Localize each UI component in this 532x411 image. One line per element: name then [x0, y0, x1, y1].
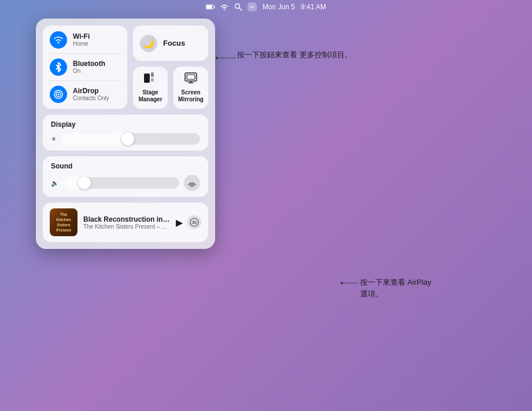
wifi-text: Wi-Fi Home	[73, 32, 90, 47]
divider-2	[49, 80, 121, 81]
focus-tile[interactable]: 🌙 Focus	[133, 25, 208, 61]
svg-point-13	[58, 94, 60, 96]
svg-point-5	[251, 6, 252, 7]
menubar-icons	[206, 2, 257, 12]
search-menubar-icon[interactable]	[234, 2, 243, 12]
svg-point-8	[253, 7, 254, 8]
focus-label: Focus	[163, 39, 185, 47]
wifi-menubar-icon	[220, 2, 229, 12]
small-tiles: Stage Manager Screen Mirroring	[133, 67, 208, 109]
battery-icon	[206, 2, 215, 12]
volume-thumb[interactable]	[78, 177, 91, 189]
svg-point-3	[235, 4, 239, 9]
now-playing-controls: ▶ 30	[176, 215, 201, 229]
menubar: Mon Jun 5 9:41 AM	[0, 0, 532, 14]
now-playing-subtitle: The Kitchen Sisters Present – March 7, 2…	[83, 223, 170, 230]
now-playing-title: Black Reconstruction in America...	[83, 215, 170, 223]
svg-rect-18	[187, 75, 195, 79]
volume-icon: 🔈	[51, 179, 59, 187]
svg-rect-1	[206, 5, 212, 9]
svg-rect-15	[151, 72, 154, 77]
svg-rect-16	[151, 78, 154, 82]
wifi-sub: Home	[73, 41, 90, 47]
svg-rect-14	[144, 74, 150, 83]
control-center-menubar-icon[interactable]	[247, 2, 257, 12]
stage-manager-icon	[144, 72, 157, 87]
right-col: 🌙 Focus Stage Manager	[133, 25, 208, 109]
album-art: The Kitchen Sisters Present	[50, 208, 77, 236]
bluetooth-item[interactable]: Bluetooth On	[50, 58, 120, 76]
svg-text:30: 30	[192, 221, 197, 225]
svg-point-25	[216, 57, 218, 59]
focus-annotation: 按一下按鈕來查看 更多控制項目。	[237, 49, 352, 61]
bluetooth-sub: On	[73, 68, 105, 75]
sound-slider-row: 🔈	[51, 175, 200, 191]
stage-manager-label: Stage Manager	[136, 89, 164, 103]
now-playing-info: Black Reconstruction in America... The K…	[83, 215, 170, 230]
menubar-datetime: Mon Jun 5	[263, 3, 295, 11]
svg-line-4	[239, 8, 242, 10]
screen-mirroring-tile[interactable]: Screen Mirroring	[173, 67, 208, 109]
brightness-thumb[interactable]	[121, 133, 134, 145]
svg-point-27	[341, 282, 343, 284]
airdrop-text: AirDrop Contacts Only	[73, 87, 109, 102]
svg-rect-2	[214, 6, 215, 8]
bluetooth-name: Bluetooth	[73, 60, 105, 68]
airplay-annotation: 按一下來查看 AirPlay選項。	[360, 277, 431, 299]
screen-mirroring-icon	[184, 72, 197, 87]
display-slider-row: ☀	[51, 133, 200, 145]
brightness-fill	[61, 133, 128, 145]
brightness-icon: ☀	[51, 135, 57, 143]
sound-tile: Sound 🔈	[43, 156, 208, 197]
network-tile: Wi-Fi Home Bluetooth On	[43, 25, 127, 109]
airplay-button[interactable]	[184, 175, 200, 191]
control-center-panel: Wi-Fi Home Bluetooth On	[36, 19, 215, 249]
play-button[interactable]: ▶	[176, 217, 183, 228]
airdrop-name: AirDrop	[73, 87, 109, 95]
screen-mirroring-label: Screen Mirroring	[177, 89, 205, 103]
display-tile: Display ☀	[43, 115, 208, 151]
skip-forward-button[interactable]: 30	[187, 215, 201, 229]
divider-1	[49, 53, 121, 54]
now-playing-tile[interactable]: The Kitchen Sisters Present Black Recons…	[43, 203, 208, 242]
menubar-center: Mon Jun 5 9:41 AM	[206, 2, 326, 12]
focus-moon-icon: 🌙	[140, 35, 157, 52]
airdrop-icon	[50, 86, 67, 103]
volume-slider[interactable]	[64, 177, 179, 189]
album-art-text: The Kitchen Sisters Present	[50, 210, 77, 235]
wifi-name: Wi-Fi	[73, 32, 90, 41]
bluetooth-text: Bluetooth On	[73, 60, 105, 75]
stage-manager-tile[interactable]: Stage Manager	[133, 67, 168, 109]
bluetooth-icon	[50, 58, 67, 76]
wifi-icon	[50, 31, 67, 49]
top-row: Wi-Fi Home Bluetooth On	[43, 25, 208, 109]
brightness-slider[interactable]	[61, 133, 200, 145]
menubar-time: 9:41 AM	[301, 3, 326, 11]
airdrop-sub: Contacts Only	[73, 95, 109, 102]
airdrop-item[interactable]: AirDrop Contacts Only	[50, 86, 120, 103]
svg-point-21	[191, 186, 193, 187]
display-label: Display	[51, 120, 200, 129]
sound-label: Sound	[51, 162, 200, 170]
wifi-item[interactable]: Wi-Fi Home	[50, 31, 120, 49]
